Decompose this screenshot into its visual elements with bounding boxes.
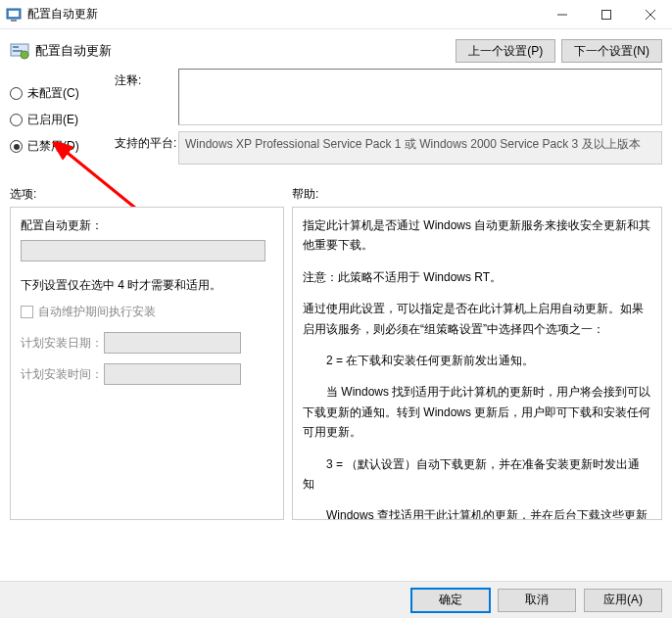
checkbox-icon bbox=[21, 306, 33, 318]
radio-enabled[interactable]: 已启用(E) bbox=[10, 112, 115, 128]
install-day-select[interactable] bbox=[104, 332, 241, 354]
maintenance-checkbox-row[interactable]: 自动维护期间执行安装 bbox=[21, 304, 273, 320]
minimize-button[interactable] bbox=[540, 0, 584, 28]
comment-input[interactable] bbox=[178, 69, 662, 125]
radio-label: 已启用(E) bbox=[27, 112, 78, 128]
configure-update-select[interactable] bbox=[21, 240, 265, 261]
comment-label: 注释: bbox=[115, 69, 178, 125]
maximize-button[interactable] bbox=[584, 0, 628, 28]
options-note: 下列设置仅在选中 4 时才需要和适用。 bbox=[21, 277, 273, 294]
platform-label: 支持的平台: bbox=[115, 131, 178, 165]
app-icon bbox=[6, 7, 22, 23]
cancel-button[interactable]: 取消 bbox=[498, 589, 576, 612]
footer: 确定 取消 应用(A) bbox=[0, 581, 672, 618]
options-panel: 配置自动更新： 下列设置仅在选中 4 时才需要和适用。 自动维护期间执行安装 计… bbox=[10, 207, 284, 520]
install-time-label: 计划安装时间： bbox=[21, 366, 104, 383]
help-text: 3 = （默认设置）自动下载更新，并在准备安装更新时发出通知 bbox=[303, 454, 651, 495]
svg-rect-4 bbox=[601, 10, 610, 19]
svg-rect-2 bbox=[11, 20, 17, 22]
help-text: 注意：此策略不适用于 Windows RT。 bbox=[303, 267, 651, 287]
radio-label: 未配置(C) bbox=[27, 85, 79, 102]
page-title: 配置自动更新 bbox=[35, 42, 112, 60]
svg-rect-9 bbox=[13, 50, 23, 52]
titlebar: 配置自动更新 bbox=[0, 0, 672, 29]
install-time-select[interactable] bbox=[104, 363, 241, 385]
ok-button[interactable]: 确定 bbox=[411, 589, 490, 612]
platform-value: Windows XP Professional Service Pack 1 或… bbox=[178, 131, 662, 165]
configure-update-label: 配置自动更新： bbox=[21, 217, 273, 234]
help-text: 当 Windows 找到适用于此计算机的更新时，用户将会接到可以下载更新的通知。… bbox=[303, 382, 651, 442]
apply-button[interactable]: 应用(A) bbox=[584, 589, 662, 612]
next-setting-button[interactable]: 下一个设置(N) bbox=[561, 39, 662, 63]
radio-icon bbox=[10, 140, 23, 153]
checkbox-label: 自动维护期间执行安装 bbox=[38, 304, 156, 320]
close-button[interactable] bbox=[628, 0, 672, 28]
help-panel[interactable]: 指定此计算机是否通过 Windows 自动更新服务来接收安全更新和其他重要下载。… bbox=[292, 207, 662, 520]
radio-not-configured[interactable]: 未配置(C) bbox=[10, 85, 115, 102]
radio-disabled[interactable]: 已禁用(D) bbox=[10, 138, 115, 155]
help-label: 帮助: bbox=[292, 186, 662, 203]
svg-point-10 bbox=[21, 51, 28, 59]
help-text: 指定此计算机是否通过 Windows 自动更新服务来接收安全更新和其他重要下载。 bbox=[303, 215, 651, 256]
help-text: Windows 查找适用于此计算机的更新，并在后台下载这些更新（在此过程中，用户… bbox=[303, 505, 651, 520]
help-text: 2 = 在下载和安装任何更新前发出通知。 bbox=[303, 351, 651, 370]
options-label: 选项: bbox=[10, 186, 292, 203]
svg-rect-8 bbox=[13, 46, 19, 48]
radio-icon bbox=[10, 114, 23, 126]
header-row: 配置自动更新 上一个设置(P) 下一个设置(N) bbox=[0, 29, 672, 69]
window-title: 配置自动更新 bbox=[27, 6, 98, 23]
policy-icon bbox=[10, 41, 29, 61]
help-text: 通过使用此设置，可以指定是否在此计算机上启用自动更新。如果启用该服务，则必须在“… bbox=[303, 299, 651, 339]
radio-icon bbox=[10, 87, 23, 100]
prev-setting-button[interactable]: 上一个设置(P) bbox=[456, 39, 555, 63]
radio-label: 已禁用(D) bbox=[27, 138, 79, 155]
svg-rect-1 bbox=[9, 11, 19, 17]
install-day-label: 计划安装日期： bbox=[21, 335, 104, 352]
